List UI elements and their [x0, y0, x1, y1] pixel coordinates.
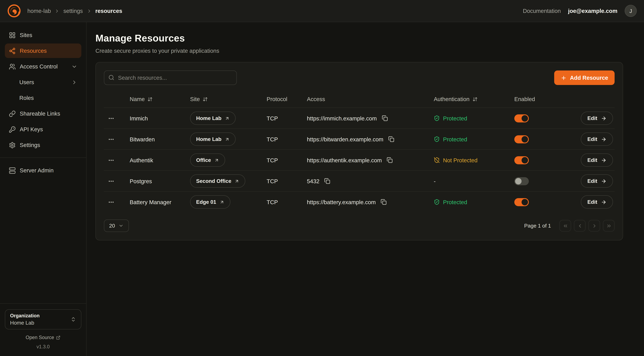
add-resource-button[interactable]: Add Resource — [554, 70, 614, 85]
table-row: Immich Home Lab TCP https://immich.examp… — [104, 108, 614, 128]
header-protocol-label: Protocol — [266, 96, 287, 102]
search-wrap — [104, 70, 237, 85]
key-icon — [9, 126, 16, 133]
arrow-right-icon — [601, 199, 606, 205]
enabled-toggle[interactable] — [514, 156, 529, 164]
main-content: Manage Resources Create secure proxies t… — [86, 22, 644, 356]
enabled-toggle[interactable] — [514, 177, 529, 185]
sidebar-item-server-admin[interactable]: Server Admin — [5, 163, 81, 178]
edit-button[interactable]: Edit — [581, 154, 613, 167]
toggle-knob — [522, 136, 528, 142]
header-protocol: Protocol — [266, 96, 307, 102]
sidebar-item-sites[interactable]: Sites — [5, 28, 81, 42]
sidebar-item-access-control[interactable]: Access Control — [5, 59, 81, 74]
table-row: Postgres Second Office TCP 5432 - Edit — [104, 170, 614, 191]
chevron-down-icon — [118, 223, 124, 228]
table-row: Bitwarden Home Lab TCP https://bitwarden… — [104, 128, 614, 150]
first-page-button[interactable] — [560, 220, 571, 232]
sidebar-item-users[interactable]: Users — [5, 75, 81, 90]
sort-icon[interactable] — [472, 96, 478, 102]
copy-button[interactable] — [324, 177, 331, 185]
resource-protocol: TCP — [266, 157, 307, 163]
app-logo-icon — [7, 4, 21, 18]
chevron-left-icon — [577, 223, 583, 228]
user-email[interactable]: joe@example.com — [568, 8, 618, 14]
site-link[interactable]: Edge 01 — [190, 195, 230, 208]
row-menu-button[interactable] — [106, 114, 116, 123]
copy-icon — [324, 178, 330, 184]
resource-access: https://immich.example.com — [307, 114, 434, 122]
sidebar-item-label: Resources — [20, 48, 47, 54]
enabled-toggle[interactable] — [514, 114, 529, 122]
row-menu-button[interactable] — [106, 134, 116, 144]
user-avatar[interactable]: J — [625, 5, 637, 17]
documentation-link[interactable]: Documentation — [523, 8, 561, 14]
sidebar-item-label: Roles — [19, 95, 34, 101]
header-access-label: Access — [307, 96, 325, 102]
page-subtitle: Create secure proxies to your private ap… — [96, 48, 623, 54]
toggle-knob — [522, 157, 528, 163]
arrow-right-icon — [601, 136, 606, 142]
enabled-toggle[interactable] — [514, 135, 529, 143]
copy-button[interactable] — [386, 156, 394, 164]
page-size-select[interactable]: 20 — [104, 220, 129, 232]
row-menu-button[interactable] — [106, 155, 116, 165]
edit-button[interactable]: Edit — [581, 112, 613, 125]
resource-protocol: TCP — [266, 136, 307, 142]
chevrons-left-icon — [562, 223, 568, 228]
search-input[interactable] — [104, 70, 237, 85]
previous-page-button[interactable] — [574, 220, 586, 232]
header-authentication-label: Authentication — [434, 96, 470, 102]
row-menu-button[interactable] — [106, 176, 116, 186]
breadcrumb-org[interactable]: home-lab — [28, 8, 51, 14]
arrow-up-right-icon — [225, 116, 230, 121]
grid-icon — [9, 32, 16, 38]
site-link[interactable]: Office — [190, 154, 225, 167]
plus-icon — [561, 75, 567, 81]
copy-button[interactable] — [388, 135, 395, 143]
auth-status-label: - — [434, 178, 436, 184]
organization-selector[interactable]: Organization Home Lab — [5, 309, 81, 330]
copy-button[interactable] — [380, 198, 388, 206]
ellipsis-icon — [108, 157, 114, 163]
auth-status: - — [434, 178, 514, 184]
app-shell: Sites Resources Access Control Users Rol… — [0, 22, 644, 356]
sort-icon[interactable] — [202, 96, 208, 102]
breadcrumb-settings[interactable]: settings — [63, 8, 83, 14]
copy-button[interactable] — [381, 114, 388, 122]
next-page-button[interactable] — [588, 220, 600, 232]
sidebar-item-label: Shareable Links — [20, 110, 60, 117]
site-name: Home Lab — [196, 115, 222, 121]
open-source-link[interactable]: Open Source — [5, 335, 81, 340]
last-page-button[interactable] — [603, 220, 614, 232]
sidebar-item-settings[interactable]: Settings — [5, 138, 81, 152]
organization-selector-text: Organization Home Lab — [10, 313, 40, 326]
sidebar-item-shareable-links[interactable]: Shareable Links — [5, 106, 81, 121]
edit-button[interactable]: Edit — [581, 174, 613, 188]
toggle-knob — [522, 199, 528, 205]
toggle-knob — [515, 178, 522, 184]
header-site-label: Site — [190, 96, 200, 102]
server-icon — [9, 167, 16, 174]
sidebar-item-resources[interactable]: Resources — [5, 44, 81, 58]
site-link[interactable]: Second Office — [190, 174, 246, 188]
ellipsis-icon — [108, 136, 114, 142]
sidebar-item-label: Server Admin — [20, 167, 54, 174]
breadcrumb-resources[interactable]: resources — [95, 8, 122, 14]
header-name-label: Name — [130, 96, 145, 102]
sort-icon[interactable] — [148, 96, 153, 102]
row-menu-button[interactable] — [106, 197, 116, 207]
sidebar-item-roles[interactable]: Roles — [5, 90, 81, 105]
sidebar-spacer — [5, 178, 81, 303]
edit-button[interactable]: Edit — [581, 195, 613, 208]
site-link[interactable]: Home Lab — [190, 132, 236, 146]
sidebar-item-label: Users — [19, 79, 34, 86]
shield-check-icon — [434, 199, 440, 205]
enabled-toggle[interactable] — [514, 198, 529, 206]
sidebar-item-api-keys[interactable]: API Keys — [5, 122, 81, 136]
sidebar-item-label: Settings — [20, 142, 40, 148]
page-size-value: 20 — [109, 223, 115, 229]
edit-button[interactable]: Edit — [581, 132, 613, 146]
auth-status-label: Protected — [443, 199, 467, 205]
site-link[interactable]: Home Lab — [190, 112, 236, 125]
